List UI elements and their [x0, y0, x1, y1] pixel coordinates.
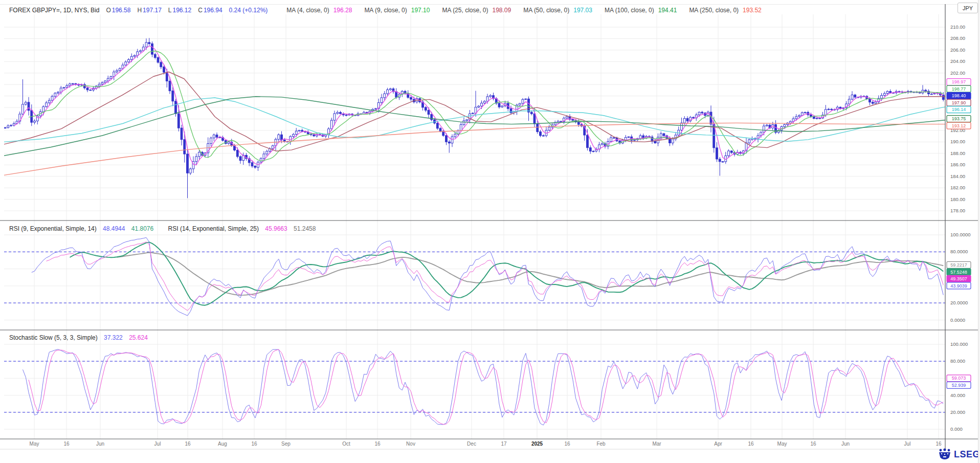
svg-text:0.000: 0.000: [950, 426, 963, 432]
svg-text:197.90: 197.90: [952, 100, 966, 105]
price-tag: 193.12: [947, 122, 971, 129]
price-tag: 57.5248: [947, 269, 971, 275]
time-axis-label: 16: [564, 441, 570, 447]
chart-application: FOREX GBPJPY=, 1D, NYS, Bid O196.58 H197…: [0, 0, 980, 463]
svg-text:20.000: 20.000: [950, 409, 965, 415]
svg-text:178.00: 178.00: [950, 208, 965, 213]
stochastic-axis[interactable]: 100.00080.00060.00040.00020.0000.00059.0…: [947, 341, 971, 432]
lseg-crest-icon: [938, 448, 951, 460]
stochastic-value-d: 25.624: [129, 334, 148, 341]
time-axis-label: Aug: [218, 441, 227, 447]
svg-text:202.00: 202.00: [950, 70, 965, 76]
svg-text:40.000: 40.000: [950, 392, 965, 398]
time-axis-label: Nov: [406, 441, 415, 447]
lseg-logo: LSEG: [938, 448, 980, 460]
svg-text:210.00: 210.00: [950, 24, 965, 30]
rsi-panel-header: RSI (9, Exponential, Simple, 14) 48.4944…: [9, 225, 320, 232]
stochastic-panel-header: Stochastic Slow (5, 3, 3, Simple) 37.322…: [9, 334, 152, 341]
svg-text:43.9039: 43.9039: [950, 283, 967, 289]
price-axis[interactable]: 210.00208.00206.00204.00202.00200.00198.…: [947, 24, 971, 213]
lseg-wordmark: LSEG: [954, 449, 980, 460]
svg-text:100.000: 100.000: [950, 341, 968, 347]
time-axis-label: 17: [501, 441, 507, 447]
time-axis-label: Oct: [342, 441, 350, 447]
time-axis[interactable]: May16JunJul16Aug16SepOct16NovDec17202516…: [30, 441, 942, 447]
price-tag: 196.14: [947, 106, 971, 113]
svg-text:182.00: 182.00: [950, 185, 965, 190]
svg-text:59.073: 59.073: [952, 376, 966, 381]
price-tag: 198.40: [947, 93, 971, 99]
rsi-title: RSI (9, Exponential, Simple, 14): [9, 225, 97, 232]
svg-text:186.00: 186.00: [950, 162, 965, 167]
price-tag: 59.2217: [947, 261, 971, 268]
svg-text:208.00: 208.00: [950, 35, 965, 41]
svg-text:20.0000: 20.0000: [950, 300, 968, 305]
time-axis-label: Dec: [467, 441, 476, 447]
rsi-value-2: 41.8076: [131, 225, 153, 232]
time-axis-label: Jun: [841, 441, 850, 447]
time-axis-label: 16: [810, 441, 816, 447]
svg-text:198.40: 198.40: [952, 93, 966, 98]
time-axis-label: May: [30, 441, 39, 447]
price-tag: 197.90: [947, 99, 971, 106]
time-axis-label: Jul: [904, 441, 911, 447]
time-axis-label: Sep: [281, 441, 291, 447]
rsi-value-3: 45.9663: [265, 225, 287, 232]
vertical-scrollbar[interactable]: [978, 0, 980, 463]
stochastic-value-k: 37.322: [104, 334, 123, 341]
price-tag: 43.9039: [947, 282, 971, 289]
time-axis-label: May: [777, 441, 787, 447]
time-axis-label: Jul: [154, 441, 161, 447]
svg-text:80.000: 80.000: [950, 358, 965, 364]
svg-text:188.00: 188.00: [950, 150, 965, 156]
svg-text:180.00: 180.00: [950, 196, 965, 202]
price-tag: 49.3507: [947, 275, 971, 282]
time-axis-label: 16: [936, 441, 942, 447]
time-axis-label: Apr: [714, 441, 722, 447]
threshold-lines: [4, 252, 945, 412]
price-tag: 193.75: [947, 116, 971, 122]
time-axis-label: 16: [63, 441, 70, 447]
price-tag: 59.073: [947, 375, 971, 382]
stochastic-lines: [23, 349, 944, 425]
time-axis-label: Jun: [96, 441, 104, 447]
svg-text:49.3507: 49.3507: [950, 276, 967, 281]
stochastic-title: Stochastic Slow (5, 3, 3, Simple): [9, 334, 98, 341]
time-axis-label: Mar: [652, 441, 661, 447]
svg-text:100.0000: 100.0000: [950, 232, 971, 237]
svg-text:193.75: 193.75: [952, 116, 966, 121]
svg-text:184.00: 184.00: [950, 173, 965, 179]
rsi-lines: [32, 237, 944, 316]
rsi-value-1: 48.4944: [103, 225, 125, 232]
time-axis-label: 2025: [531, 441, 543, 447]
svg-text:57.5248: 57.5248: [950, 270, 967, 275]
time-axis-label: 16: [185, 441, 191, 447]
svg-text:198.77: 198.77: [952, 86, 966, 92]
svg-text:80.0000: 80.0000: [950, 249, 968, 254]
price-tag: 198.77: [947, 85, 971, 92]
svg-text:198.97: 198.97: [952, 79, 966, 84]
time-axis-label: Feb: [596, 441, 606, 447]
time-axis-label: 16: [251, 441, 257, 447]
svg-text:59.2217: 59.2217: [950, 262, 967, 268]
svg-text:204.00: 204.00: [950, 58, 965, 64]
rsi-title-2: RSI (14, Exponential, Simple, 25): [168, 225, 259, 232]
candlestick-series: [4, 38, 944, 198]
time-axis-label: 16: [748, 441, 754, 447]
svg-text:190.00: 190.00: [950, 139, 965, 144]
svg-text:193.12: 193.12: [952, 123, 966, 128]
price-tag: 52.939: [947, 382, 971, 388]
price-tag: 198.97: [947, 79, 971, 85]
rsi-axis[interactable]: 100.000080.000060.000040.000020.00000.00…: [947, 232, 971, 323]
svg-text:196.14: 196.14: [952, 107, 966, 112]
rsi-value-4: 51.2458: [294, 225, 316, 232]
svg-text:52.939: 52.939: [952, 383, 966, 388]
svg-text:0.0000: 0.0000: [950, 317, 965, 323]
svg-text:206.00: 206.00: [950, 47, 965, 53]
time-axis-label: 16: [374, 441, 381, 447]
